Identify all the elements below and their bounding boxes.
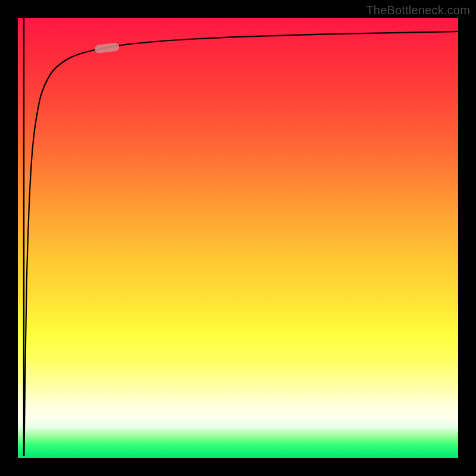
plot-gradient-background — [18, 18, 458, 458]
watermark-text: TheBottleneck.com — [366, 4, 470, 17]
